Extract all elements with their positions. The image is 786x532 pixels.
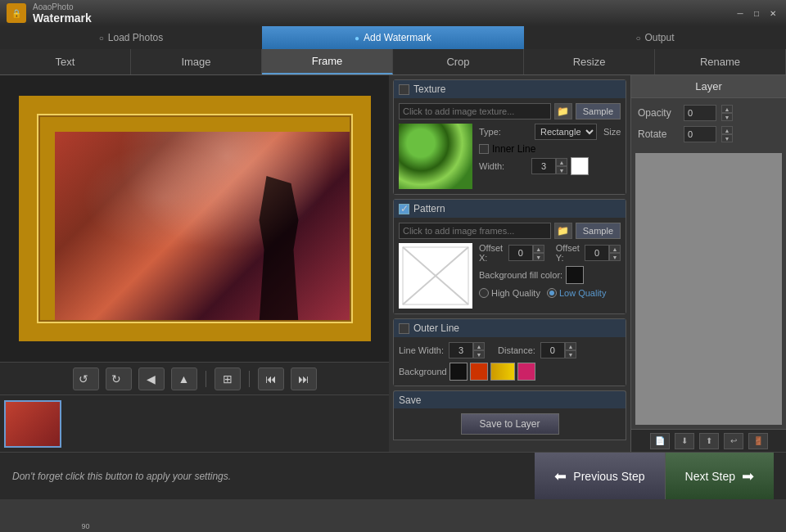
pattern-sample-button[interactable]: Sample bbox=[576, 223, 621, 239]
texture-file-row: 📁 Sample bbox=[399, 103, 621, 119]
texture-sample-button[interactable]: Sample bbox=[576, 103, 621, 119]
texture-color-swatch[interactable] bbox=[571, 157, 589, 175]
distance-input[interactable] bbox=[540, 342, 565, 358]
low-quality-radio[interactable]: Low Quality bbox=[547, 288, 606, 298]
step-output[interactable]: Output bbox=[524, 26, 786, 49]
opacity-spinner[interactable]: ▲ ▼ bbox=[721, 105, 733, 121]
bg-swatch-yellow[interactable] bbox=[490, 363, 515, 381]
pattern-preview-row: Offset X: ▲ ▼ Offset Y: bbox=[399, 243, 621, 309]
rotate-row: Rotate ▲ ▼ bbox=[638, 126, 779, 142]
next-arrow-icon: ➡ bbox=[742, 467, 754, 485]
line-width-spinners: ▲ ▼ bbox=[473, 342, 485, 358]
width-spinner[interactable]: ▲ ▼ bbox=[531, 158, 567, 174]
bg-swatch-red[interactable] bbox=[470, 363, 488, 381]
rotate-spinner[interactable]: ▲ ▼ bbox=[721, 126, 733, 142]
type-select[interactable]: Rectangle bbox=[535, 124, 597, 140]
high-quality-dot bbox=[479, 288, 489, 298]
offset-y-up[interactable]: ▲ bbox=[609, 245, 621, 253]
step-add-watermark[interactable]: Add Watermark bbox=[262, 26, 524, 49]
offset-y-input[interactable] bbox=[585, 245, 609, 261]
texture-section: Texture 📁 Sample Type: bbox=[393, 79, 626, 195]
flip-horizontal-button[interactable]: ◀ bbox=[138, 367, 165, 390]
bg-fill-swatch[interactable] bbox=[566, 266, 584, 284]
inner-line-row: Inner Line bbox=[479, 143, 621, 155]
layer-foot-btn-1[interactable]: 📄 bbox=[650, 433, 670, 449]
pattern-checkbox[interactable]: ✓ bbox=[399, 204, 409, 214]
skip-forward-button[interactable]: ⏭ bbox=[291, 367, 317, 390]
offset-x-down[interactable]: ▼ bbox=[533, 253, 544, 261]
tab-image[interactable]: Image bbox=[131, 49, 262, 74]
bg-fill-row: Background fill color: bbox=[479, 266, 621, 284]
distance-up[interactable]: ▲ bbox=[565, 342, 576, 350]
rotate-down[interactable]: ▼ bbox=[721, 134, 733, 142]
offset-y-spinner[interactable]: ▲ ▼ bbox=[585, 245, 621, 261]
minimize-button[interactable]: ─ bbox=[734, 7, 747, 20]
save-to-layer-button[interactable]: Save to Layer bbox=[461, 413, 559, 435]
skip-back-button[interactable]: ⏮ bbox=[258, 367, 284, 390]
layer-foot-btn-2[interactable]: ⬇ bbox=[675, 433, 694, 449]
offset-y-down[interactable]: ▼ bbox=[609, 253, 621, 261]
width-down[interactable]: ▼ bbox=[556, 166, 567, 174]
texture-folder-button[interactable]: 📁 bbox=[554, 103, 572, 119]
low-quality-dot bbox=[547, 288, 557, 298]
opacity-input[interactable] bbox=[684, 105, 716, 121]
next-step-button[interactable]: Next Step ➡ bbox=[666, 453, 774, 499]
distance-spinner[interactable]: ▲ ▼ bbox=[540, 342, 576, 358]
texture-options: Type: Rectangle Size: ▲ ▼ bbox=[479, 124, 621, 175]
tab-text[interactable]: Text bbox=[0, 49, 131, 74]
opacity-down[interactable]: ▼ bbox=[721, 113, 733, 121]
texture-preview-row: Type: Rectangle Size: ▲ ▼ bbox=[399, 124, 621, 189]
width-input[interactable] bbox=[531, 158, 556, 174]
tab-rename[interactable]: Rename bbox=[655, 49, 786, 74]
rotate-up[interactable]: ▲ bbox=[721, 126, 733, 134]
outer-line-checkbox[interactable] bbox=[399, 323, 409, 334]
offset-x-up[interactable]: ▲ bbox=[533, 245, 544, 253]
thumbnail-item[interactable] bbox=[4, 400, 61, 448]
tab-resize[interactable]: Resize bbox=[524, 49, 655, 74]
toolbar-separator-2 bbox=[249, 371, 250, 387]
outer-line-header[interactable]: Outer Line bbox=[394, 319, 626, 337]
pattern-file-input[interactable] bbox=[399, 223, 551, 239]
opacity-up[interactable]: ▲ bbox=[721, 105, 733, 113]
step-load-photos[interactable]: Load Photos bbox=[0, 26, 262, 49]
outer-line-section: Outer Line Line Width: ▲ ▼ Distance: bbox=[393, 318, 626, 386]
distance-label: Distance: bbox=[498, 345, 535, 355]
rotate-cw-button[interactable]: ↻ bbox=[106, 367, 132, 390]
svg-text:↻: ↻ bbox=[111, 372, 121, 385]
width-up[interactable]: ▲ bbox=[556, 158, 567, 166]
width-spinners: ▲ ▼ bbox=[556, 158, 567, 174]
left-panel: ↺ 90 ↻ ◀ ▲ ⊞ ⏮ ⏭ bbox=[0, 75, 389, 452]
distance-down[interactable]: ▼ bbox=[565, 350, 576, 358]
texture-header[interactable]: Texture bbox=[394, 80, 626, 98]
pattern-header[interactable]: ✓ Pattern bbox=[394, 200, 626, 218]
offset-x-label: Offset X: bbox=[479, 243, 504, 263]
zoom-button[interactable]: ⊞ bbox=[215, 367, 241, 390]
offset-x-input[interactable] bbox=[508, 245, 533, 261]
line-width-input[interactable] bbox=[449, 342, 473, 358]
flip-vertical-button[interactable]: ▲ bbox=[171, 367, 197, 390]
layer-foot-btn-3[interactable]: ⬆ bbox=[699, 433, 719, 449]
maximize-button[interactable]: □ bbox=[750, 7, 763, 20]
quality-row: High Quality Low Quality bbox=[479, 288, 621, 298]
inner-line-checkbox[interactable] bbox=[479, 144, 489, 154]
tab-bar: Text Image Frame Crop Resize Rename bbox=[0, 49, 786, 75]
bg-swatch-black[interactable] bbox=[449, 363, 468, 381]
high-quality-radio[interactable]: High Quality bbox=[479, 288, 540, 298]
texture-file-input[interactable] bbox=[399, 103, 551, 119]
pattern-folder-button[interactable]: 📁 bbox=[554, 223, 572, 239]
close-button[interactable]: ✕ bbox=[766, 7, 779, 20]
prev-step-button[interactable]: ⬅ Previous Step bbox=[535, 453, 665, 499]
texture-checkbox[interactable] bbox=[399, 84, 409, 95]
line-width-spinner[interactable]: ▲ ▼ bbox=[449, 342, 485, 358]
layer-foot-btn-5[interactable]: 🚪 bbox=[748, 433, 768, 449]
line-width-up[interactable]: ▲ bbox=[473, 342, 485, 350]
size-label: Size: bbox=[603, 127, 621, 137]
rotate-ccw-button[interactable]: ↺ 90 bbox=[73, 367, 99, 390]
tab-frame[interactable]: Frame bbox=[262, 49, 393, 74]
tab-crop[interactable]: Crop bbox=[393, 49, 524, 74]
layer-foot-btn-4[interactable]: ↩ bbox=[724, 433, 743, 449]
line-width-down[interactable]: ▼ bbox=[473, 350, 485, 358]
bg-swatch-pink[interactable] bbox=[517, 363, 535, 381]
rotate-input[interactable] bbox=[684, 126, 716, 142]
offset-x-spinner[interactable]: ▲ ▼ bbox=[508, 245, 544, 261]
